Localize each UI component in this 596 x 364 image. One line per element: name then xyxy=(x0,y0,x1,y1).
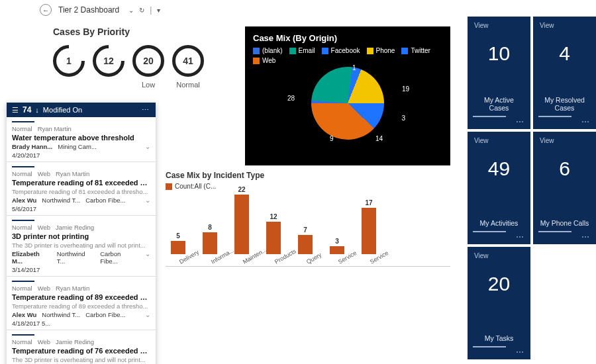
kpi-tiles: View10My Active Cases⋯View4My Resolved C… xyxy=(468,17,596,359)
more-icon[interactable]: ⋯ xyxy=(516,347,525,357)
bar-chart: 5Delivery8Informa...22Mainten...12Produc… xyxy=(166,194,450,267)
chart-legend: (blank)EmailFacebookPhoneTwitterWeb xyxy=(253,47,442,64)
legend-item[interactable]: Twitter xyxy=(401,47,430,54)
kpi-tile[interactable]: View49My Activities⋯ xyxy=(468,132,530,244)
legend-item[interactable]: Phone xyxy=(367,47,395,54)
more-icon[interactable]: ⋯ xyxy=(581,117,591,126)
priority-gauges: 1 12 20 Low 41 Normal xyxy=(53,45,252,89)
gauge-value: 20 xyxy=(143,56,154,66)
chevron-down-icon[interactable]: ⌄ xyxy=(128,7,134,14)
pie-value-label: 3 xyxy=(401,114,405,122)
case-list-item[interactable]: NormalWebJamie Reding3D printer not prin… xyxy=(7,216,156,277)
legend-item[interactable]: Email xyxy=(289,47,315,54)
pie-value-label: 14 xyxy=(375,135,383,142)
gauge-label: Normal xyxy=(176,81,199,89)
case-mix-incident-chart[interactable]: Case Mix by Incident Type Count:All (C..… xyxy=(166,171,450,267)
priority-gauge[interactable]: 41 Normal xyxy=(172,45,204,89)
cases-by-priority-widget: Cases By Priority 1 12 20 Low 41 Normal xyxy=(53,26,252,89)
kpi-tile[interactable]: View4My Resolved Cases⋯ xyxy=(533,17,596,129)
legend-item[interactable]: Facebook xyxy=(322,47,360,54)
kpi-tile[interactable]: View20My Tasks⋯ xyxy=(468,247,530,359)
case-list-header[interactable]: ☰ 74 ↓ Modified On ⋯ xyxy=(7,103,156,117)
record-count: 74 xyxy=(23,105,31,114)
case-mix-origin-chart[interactable]: Case Mix (By Origin) (blank)EmailFaceboo… xyxy=(245,26,450,165)
pie-value-label: 9 xyxy=(330,135,334,142)
pie-value-label: 1 xyxy=(352,64,356,71)
list-icon: ☰ xyxy=(12,106,19,114)
kpi-tile[interactable]: View10My Active Cases⋯ xyxy=(468,17,530,129)
header-bar: ← Tier 2 Dashboard ⌄ ↻ | ▾ xyxy=(0,0,596,19)
bar-column[interactable]: 5Delivery xyxy=(171,232,185,266)
chart-title: Case Mix (By Origin) xyxy=(253,33,442,43)
bar-column[interactable]: 17Service xyxy=(362,199,376,266)
back-icon[interactable]: ← xyxy=(40,4,52,16)
case-list-item[interactable]: NormalWebRyan MartinTemperature reading … xyxy=(7,162,156,216)
sort-arrow-icon[interactable]: ↓ xyxy=(35,106,39,114)
priority-gauge[interactable]: 12 xyxy=(93,45,124,89)
filter-icon[interactable]: ▾ xyxy=(157,7,160,14)
kpi-tile[interactable]: View6My Phone Calls⋯ xyxy=(533,132,596,244)
case-list-panel: ☰ 74 ↓ Modified On ⋯ NormalRyan MartinWa… xyxy=(7,103,156,364)
chart-legend: Count:All (C... xyxy=(166,183,450,190)
page-title: Tier 2 Dashboard xyxy=(58,5,119,15)
gauge-value: 41 xyxy=(183,56,193,66)
pie-chart xyxy=(311,67,384,140)
legend-item[interactable]: (blank) xyxy=(253,47,283,54)
case-list-item[interactable]: NormalRyan MartinWater temperature above… xyxy=(7,117,156,162)
gauge-value: 1 xyxy=(66,56,72,66)
bar-column[interactable]: 7Query xyxy=(298,226,313,266)
case-list-item[interactable]: NormalWebRyan MartinTemperature reading … xyxy=(7,277,156,330)
gauge-value: 12 xyxy=(103,56,114,66)
priority-gauge[interactable]: 20 Low xyxy=(132,45,164,89)
pie-value-label: 19 xyxy=(402,85,409,93)
widget-title: Cases By Priority xyxy=(53,26,252,37)
bar-column[interactable]: 3Service xyxy=(330,238,344,266)
gauge-label: Low xyxy=(142,81,155,89)
bar-column[interactable]: 8Informa... xyxy=(203,224,217,266)
more-icon[interactable]: ⋯ xyxy=(142,106,150,114)
separator: | xyxy=(150,5,152,15)
chart-title: Case Mix by Incident Type xyxy=(166,171,450,180)
more-icon[interactable]: ⋯ xyxy=(516,117,525,126)
more-icon[interactable]: ⋯ xyxy=(516,232,525,242)
pie-value-label: 28 xyxy=(287,95,295,102)
refresh-icon[interactable]: ↻ xyxy=(139,7,144,14)
bar-column[interactable]: 12Products xyxy=(266,213,281,266)
case-list-item[interactable]: NormalWebJamie RedingTemperature reading… xyxy=(7,330,156,364)
more-icon[interactable]: ⋯ xyxy=(581,232,591,242)
sort-field[interactable]: Modified On xyxy=(43,106,82,114)
priority-gauge[interactable]: 1 xyxy=(53,45,85,89)
bar-column[interactable]: 22Mainten... xyxy=(234,186,249,266)
legend-item[interactable]: Web xyxy=(253,57,275,64)
